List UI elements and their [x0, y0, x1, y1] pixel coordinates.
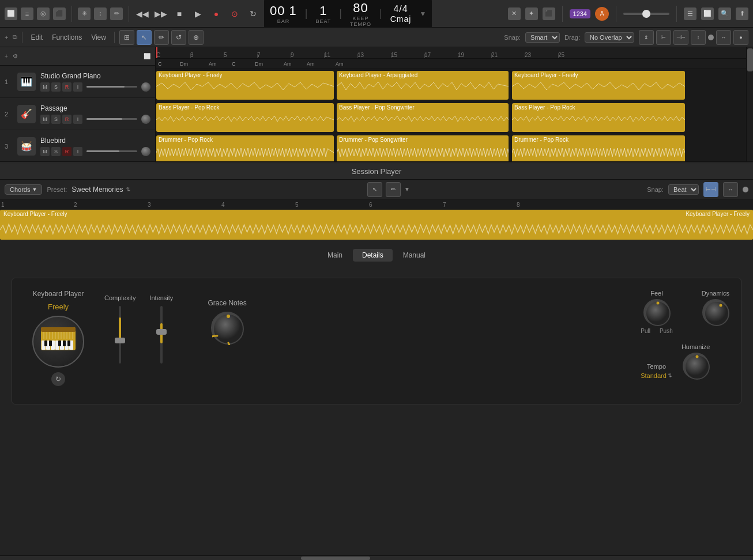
grace-notes-knob[interactable]	[211, 312, 243, 344]
pointer-tool-btn[interactable]: ↖	[137, 30, 152, 45]
region-3c[interactable]: Drummer - Pop Rock	[512, 135, 685, 161]
region-2c[interactable]: Bass Player - Pop Rock	[512, 103, 685, 132]
track-volume-2[interactable]	[86, 118, 137, 120]
editor-region[interactable]: Keyboard Player - Freely Keyboard Player…	[0, 210, 753, 240]
fit-icon[interactable]: ⊣⊢	[673, 30, 688, 45]
tab-main[interactable]: Main	[318, 249, 352, 262]
region-2a[interactable]: Bass Player - Pop Rock	[156, 103, 334, 132]
duplicate-btn[interactable]: ⧉	[13, 33, 17, 41]
stop-button[interactable]: ■	[172, 6, 187, 21]
drag-select[interactable]: No Overlap	[585, 32, 634, 43]
snap-btn[interactable]: ●	[733, 30, 748, 45]
expand-editor-btn[interactable]: ↔	[723, 182, 738, 197]
record-button[interactable]: ●	[209, 6, 224, 21]
humanize-knob[interactable]	[683, 353, 709, 379]
region-3b[interactable]: Drummer - Pop Songwriter	[337, 135, 509, 161]
record-btn-3[interactable]: R	[62, 147, 71, 156]
region-1c[interactable]: Keyboard Player - Freely	[512, 71, 685, 100]
intensity-thumb[interactable]	[156, 329, 167, 335]
record-btn-1[interactable]: R	[62, 82, 71, 92]
input-btn-1[interactable]: I	[73, 82, 82, 92]
scrollbar-thumb-h[interactable]	[301, 557, 370, 560]
editor-pencil-btn[interactable]: ✏	[386, 182, 401, 197]
record-alt-button[interactable]: ⊙	[227, 6, 242, 21]
complexity-slider[interactable]	[119, 306, 121, 364]
input-btn-2[interactable]: I	[73, 115, 82, 124]
zoom-v-icon[interactable]: ↕	[691, 30, 706, 45]
grid-tool-btn[interactable]: ⊞	[119, 30, 134, 45]
search-icon[interactable]: 🔍	[718, 7, 731, 20]
time-icon[interactable]: ⊢	[656, 30, 671, 45]
expand-h-icon[interactable]: ↔	[716, 30, 731, 45]
input-btn-3[interactable]: I	[73, 147, 82, 156]
editor-snap-select[interactable]: Beat	[668, 184, 699, 195]
add-track-btn[interactable]: +	[5, 34, 8, 41]
scrollbar-h[interactable]	[0, 555, 753, 560]
region-2b[interactable]: Bass Player - Pop Songwriter	[337, 103, 509, 132]
track-knob-3[interactable]	[141, 147, 150, 156]
close-icon[interactable]: ✕	[508, 7, 521, 20]
record-btn-2[interactable]: R	[62, 115, 71, 124]
loop-button[interactable]: ↻	[246, 6, 261, 21]
mute-btn-3[interactable]: M	[40, 147, 50, 156]
solo-btn-2[interactable]: S	[51, 115, 61, 124]
cursor-tool-btn[interactable]: ⊕	[189, 30, 204, 45]
tempo-stepper-icon[interactable]: ⇅	[668, 373, 672, 379]
panel-icon[interactable]: ⬜	[701, 7, 714, 20]
list-icon[interactable]: ☰	[684, 7, 696, 20]
instrument-circle[interactable]	[32, 316, 84, 368]
master-volume-slider[interactable]	[623, 13, 669, 15]
audio-badge[interactable]: A	[595, 7, 609, 21]
pencil-icon[interactable]: ✏	[110, 7, 123, 20]
settings-icon[interactable]: ⚙	[13, 53, 18, 59]
scrollbar-v[interactable]	[746, 47, 753, 161]
metronome-icon[interactable]: ✳	[78, 7, 91, 20]
count-badge[interactable]: 1234	[570, 9, 590, 18]
intensity-slider[interactable]	[160, 306, 163, 364]
complexity-thumb[interactable]	[115, 338, 125, 343]
file-icon[interactable]: ⬜	[5, 7, 17, 20]
play-button[interactable]: ▶	[190, 6, 205, 21]
feel-knob[interactable]	[643, 299, 670, 326]
rewind-button[interactable]: ◀◀	[135, 6, 150, 21]
track-knob-1[interactable]	[141, 82, 150, 92]
preset-stepper-icon[interactable]: ⇅	[126, 186, 130, 192]
scrollbar-thumb-v[interactable]	[747, 48, 753, 71]
snap-select[interactable]: Smart	[525, 32, 560, 43]
solo-btn-3[interactable]: S	[51, 147, 61, 156]
expand-vert-icon[interactable]: ⇕	[639, 30, 654, 45]
timesig-chevron-icon[interactable]: ▼	[419, 10, 426, 18]
view-menu-btn[interactable]: View	[88, 32, 110, 43]
track-volume-3[interactable]	[86, 150, 137, 152]
info-icon[interactable]: ◎	[37, 7, 50, 20]
track-knob-2[interactable]	[141, 115, 150, 124]
region-1a[interactable]: Keyboard Player - Freely	[156, 71, 334, 100]
eq-icon[interactable]: ⫶	[94, 7, 107, 20]
functions-menu-btn[interactable]: Functions	[48, 32, 85, 43]
loop-tool-btn[interactable]: ↺	[171, 30, 186, 45]
wand-icon[interactable]: ✦	[525, 7, 538, 20]
editor-pointer-btn[interactable]: ↖	[367, 182, 382, 197]
mute-btn-1[interactable]: M	[40, 82, 50, 92]
expand-header-icon[interactable]: ⬜	[144, 53, 150, 59]
solo-btn-1[interactable]: S	[51, 82, 61, 92]
forward-button[interactable]: ▶▶	[153, 6, 168, 21]
tab-manual[interactable]: Manual	[394, 249, 435, 262]
save-icon[interactable]: ≡	[21, 7, 33, 20]
share-icon[interactable]: ⬆	[736, 7, 748, 20]
chords-button[interactable]: Chords ▼	[5, 184, 42, 195]
add-icon[interactable]: +	[5, 53, 8, 59]
track-volume-1[interactable]	[86, 86, 137, 88]
refresh-button[interactable]: ↻	[51, 372, 65, 386]
grid-icon[interactable]: ⬛	[543, 7, 555, 20]
region-3a[interactable]: Drummer - Pop Rock	[156, 135, 334, 161]
edit-menu-btn[interactable]: Edit	[27, 32, 46, 43]
color-circle-icon[interactable]	[708, 35, 714, 40]
tab-details[interactable]: Details	[353, 249, 393, 262]
loop-active-btn[interactable]: ⊢⊣	[703, 182, 718, 197]
region-1b[interactable]: Keyboard Player - Arpeggiated	[337, 71, 509, 100]
mute-btn-2[interactable]: M	[40, 115, 50, 124]
dynamics-knob[interactable]	[702, 299, 729, 326]
pencil-tool-btn[interactable]: ✏	[154, 30, 169, 45]
expand-icon[interactable]: ⬛	[53, 7, 66, 20]
